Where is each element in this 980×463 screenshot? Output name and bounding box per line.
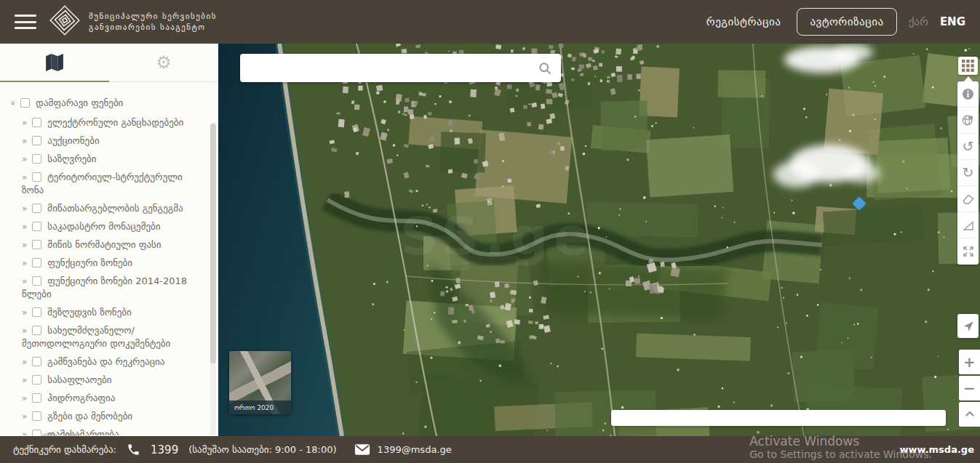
collapse-button[interactable]: [959, 402, 980, 427]
layer-checkbox[interactable]: [20, 98, 30, 108]
zoom-in-button[interactable]: +: [959, 350, 980, 374]
chevron-right-icon[interactable]: »: [22, 410, 27, 423]
chevron-right-icon[interactable]: »: [22, 275, 27, 288]
sidebar-tabs: ⚙: [0, 44, 218, 82]
chevron-right-icon[interactable]: »: [22, 355, 27, 369]
layer-checkbox[interactable]: [32, 118, 41, 127]
layer-label[interactable]: მიწათსარგებლობის გენგეგმა: [47, 203, 183, 214]
layer-label[interactable]: სახელმძღვანელო/ მეთოდოლოგიური დოკუმენტებ…: [22, 325, 170, 349]
rotate-ccw-button[interactable]: ↺: [957, 134, 979, 160]
layer-tree-item: »დამფარავი ფენები: [0, 97, 218, 110]
basemap-globe-icon: [961, 113, 975, 127]
coordinate-bar: [611, 410, 946, 426]
layer-label[interactable]: ფუნქციური ზონები: [47, 257, 132, 268]
layer-label[interactable]: დამისამართება: [47, 429, 119, 435]
layer-tree-item: »მიწათსარგებლობის გენგეგმა: [0, 202, 218, 215]
layer-label[interactable]: საზღვრები: [47, 153, 96, 164]
rotate-cw-button[interactable]: ↻: [957, 160, 979, 186]
layer-label[interactable]: გამწვანება და რეკრეაცია: [47, 356, 164, 367]
measure-button[interactable]: [957, 212, 979, 238]
layer-checkbox[interactable]: [32, 411, 41, 421]
lang-ka-toggle[interactable]: ქარ: [909, 15, 928, 28]
layer-label[interactable]: გზები და შენობები: [47, 411, 132, 422]
map-viewport[interactable]: SS.ge ↺↻: [218, 44, 980, 436]
layer-label[interactable]: ელექტრონული განცხადებები: [47, 117, 183, 128]
tab-settings[interactable]: ⚙: [109, 44, 218, 81]
site-url: www.msda.ge: [899, 444, 974, 455]
chevron-right-icon[interactable]: »: [22, 257, 27, 270]
search-icon[interactable]: [538, 61, 552, 76]
chevron-right-icon[interactable]: »: [22, 238, 27, 251]
support-label: ტექნიკური დახმარება:: [13, 444, 116, 455]
email-icon: [354, 443, 370, 456]
layer-label[interactable]: ჰიდროგრაფია: [47, 392, 115, 403]
layer-label[interactable]: სასაფლაოები: [47, 374, 111, 385]
grid-icon: [962, 60, 974, 72]
chevron-right-icon[interactable]: »: [22, 392, 27, 405]
chevron-right-icon[interactable]: »: [22, 134, 27, 148]
layer-tree-item: »საზღვრები: [0, 153, 218, 166]
eraser-button[interactable]: [957, 186, 979, 212]
chevron-right-icon[interactable]: »: [22, 116, 27, 129]
tab-layers[interactable]: [0, 44, 109, 81]
chevron-right-icon[interactable]: »: [22, 428, 27, 435]
scrollbar-thumb[interactable]: [210, 124, 216, 363]
layer-tree-item: »ელექტრონული განცხადებები: [0, 116, 218, 129]
chevron-right-icon[interactable]: »: [22, 306, 27, 319]
chevron-down-icon[interactable]: »: [7, 100, 20, 105]
layer-label[interactable]: აუქციონები: [47, 135, 99, 146]
basemap-globe-button[interactable]: [957, 108, 979, 134]
layer-checkbox[interactable]: [32, 357, 41, 366]
support-email[interactable]: 1399@msda.ge: [378, 444, 452, 455]
map-icon: [45, 54, 64, 71]
chevron-right-icon[interactable]: »: [22, 220, 27, 233]
layer-checkbox[interactable]: [32, 222, 41, 231]
layer-checkbox[interactable]: [32, 154, 41, 164]
register-link[interactable]: რეგისტრაცია: [706, 15, 781, 28]
layer-label[interactable]: ტერიტორიულ-სტრუქტურული ზონა: [22, 172, 183, 196]
locate-arrow-icon: [962, 320, 975, 333]
geolocate-button[interactable]: [957, 314, 979, 338]
layer-tree-item: »საკადასტრო მონაცემები: [0, 220, 218, 233]
search-input[interactable]: [240, 54, 538, 82]
layer-tree-item: »გზები და შენობები: [0, 410, 218, 423]
map-tools-panel: ↺↻: [957, 81, 979, 265]
basemap-gallery-button[interactable]: [958, 57, 978, 75]
support-phone[interactable]: 1399: [151, 443, 178, 456]
layer-checkbox[interactable]: [32, 240, 41, 249]
zoom-out-button[interactable]: −: [959, 376, 980, 400]
brand-line-2: განვითარების სააგენტო: [89, 22, 217, 33]
layer-checkbox[interactable]: [32, 430, 41, 435]
layer-tree-item: »შეზღუდვის ზონები: [0, 306, 218, 319]
lang-en-toggle[interactable]: ENG: [940, 15, 965, 28]
layer-checkbox[interactable]: [32, 172, 41, 182]
hamburger-menu-icon[interactable]: [15, 15, 36, 29]
info-icon: [961, 87, 975, 101]
layer-checkbox[interactable]: [32, 326, 41, 335]
layer-checkbox[interactable]: [32, 393, 41, 403]
chevron-right-icon[interactable]: »: [22, 324, 27, 337]
layer-label[interactable]: საკადასტრო მონაცემები: [47, 221, 160, 232]
basemap-inset[interactable]: ორთო 2020: [229, 351, 291, 414]
layer-label[interactable]: დამფარავი ფენები: [36, 97, 123, 108]
layer-checkbox[interactable]: [32, 276, 41, 286]
chevron-right-icon[interactable]: »: [22, 171, 27, 184]
chevron-right-icon[interactable]: »: [22, 202, 27, 215]
layer-checkbox[interactable]: [32, 258, 41, 267]
layer-tree-item: »ჰიდროგრაფია: [0, 392, 218, 405]
login-button[interactable]: ავტორიზაცია: [797, 8, 896, 36]
layer-label[interactable]: შეზღუდვის ზონები: [47, 307, 131, 318]
sidebar-scrollbar[interactable]: [210, 122, 216, 435]
layer-label[interactable]: მიწის ნორმატიული ფასი: [47, 239, 161, 250]
agency-logo: [49, 5, 80, 39]
chevron-right-icon[interactable]: »: [22, 153, 27, 166]
layer-label[interactable]: ფუნქციური ზონები 2014-2018 წლები: [22, 275, 187, 299]
layer-checkbox[interactable]: [32, 307, 41, 317]
fullscreen-button[interactable]: [957, 238, 979, 265]
chevron-right-icon[interactable]: »: [22, 374, 27, 387]
layer-checkbox[interactable]: [32, 375, 41, 385]
layer-checkbox[interactable]: [32, 204, 41, 213]
layer-checkbox[interactable]: [32, 136, 41, 145]
support-hours: (სამუშაო საათები: 9:00 - 18:00): [188, 444, 336, 455]
info-button[interactable]: [957, 81, 979, 108]
